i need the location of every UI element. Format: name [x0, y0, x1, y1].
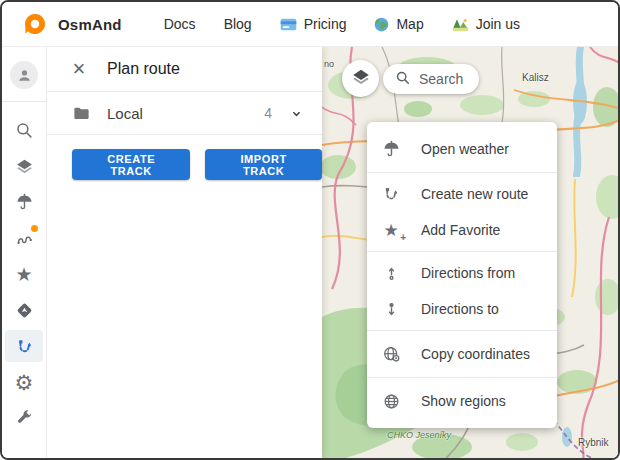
- brand-name: OsmAnd: [58, 16, 122, 33]
- left-icon-rail: ★: [2, 47, 47, 458]
- plan-route-panel: × Plan route Local 4 CREATE TRACK: [47, 47, 322, 458]
- nav-map[interactable]: Map: [374, 16, 423, 32]
- layers-icon: [351, 67, 371, 91]
- menu-item-copy-coordinates[interactable]: Copy coordinates: [367, 334, 557, 374]
- map-label-chko-jeseniky: CHKO Jeseníky: [387, 430, 451, 440]
- menu-item-create-new-route[interactable]: Create new route: [367, 176, 557, 212]
- menu-item-add-favorite[interactable]: ★+ Add Favorite: [367, 212, 557, 248]
- search-button[interactable]: [5, 114, 43, 146]
- weather-button[interactable]: [5, 186, 43, 218]
- menu-item-directions-from[interactable]: Directions from: [367, 255, 557, 291]
- settings-button[interactable]: ⚙: [5, 366, 43, 398]
- park-icon: [452, 17, 469, 32]
- account-icon: [10, 61, 38, 89]
- globe-pin-icon: [381, 344, 401, 364]
- folder-row-local[interactable]: Local 4: [47, 92, 322, 135]
- umbrella-icon: [14, 192, 34, 212]
- app-window: OsmAnd Docs Blog Pricing: [0, 0, 620, 460]
- search-label: Search: [419, 71, 463, 87]
- osmand-logo[interactable]: OsmAnd: [24, 13, 122, 35]
- rail-divider: [2, 101, 47, 102]
- menu-item-show-regions[interactable]: Show regions: [367, 381, 557, 421]
- configure-map-button[interactable]: [5, 150, 43, 182]
- chevron-down-icon[interactable]: [286, 103, 306, 123]
- import-track-button[interactable]: IMPORT TRACK: [205, 149, 322, 180]
- map-context-menu: Open weather Create new route: [367, 122, 557, 428]
- folder-label: Local: [107, 105, 143, 122]
- close-icon[interactable]: ×: [65, 55, 93, 83]
- directions-to-icon: [381, 299, 401, 319]
- credit-card-icon: [280, 18, 297, 31]
- plan-route-icon: [14, 336, 34, 356]
- map-label-rybnik: Rybnik: [578, 437, 609, 448]
- wrench-icon: [14, 408, 34, 428]
- map-label-kalisz: Kalisz: [522, 72, 549, 83]
- utilities-button[interactable]: [5, 402, 43, 434]
- folder-count: 4: [264, 105, 272, 121]
- star-plus-icon: ★+: [381, 220, 401, 240]
- favorites-button[interactable]: ★: [5, 258, 43, 290]
- panel-title: Plan route: [107, 60, 180, 78]
- folder-icon: [71, 103, 91, 123]
- navigation-diamond-icon: [14, 300, 34, 320]
- tracks-icon: [14, 228, 34, 248]
- route-icon: [381, 184, 401, 204]
- menu-item-directions-to[interactable]: Directions to: [367, 291, 557, 327]
- map-label-partial: no: [324, 59, 334, 69]
- map-layers-button[interactable]: [342, 60, 379, 97]
- nav-docs[interactable]: Docs: [164, 16, 196, 32]
- search-icon: [395, 70, 411, 89]
- navigation-button[interactable]: [5, 294, 43, 326]
- nav-join-us[interactable]: Join us: [452, 16, 520, 32]
- menu-item-open-weather[interactable]: Open weather: [367, 129, 557, 169]
- panel-actions: CREATE TRACK IMPORT TRACK: [47, 135, 322, 180]
- tracks-badge-dot: [31, 225, 38, 232]
- globe-icon: [374, 17, 389, 32]
- nav-blog[interactable]: Blog: [224, 16, 252, 32]
- map-search-button[interactable]: Search: [383, 64, 479, 94]
- layers-icon: [14, 156, 34, 176]
- nav-pricing[interactable]: Pricing: [280, 16, 347, 32]
- top-navbar: OsmAnd Docs Blog Pricing: [2, 2, 618, 47]
- globe-grid-icon: [381, 391, 401, 411]
- directions-from-icon: [381, 263, 401, 283]
- osmand-pin-icon: [24, 13, 46, 35]
- account-button[interactable]: [5, 59, 43, 91]
- umbrella-icon: [381, 139, 401, 159]
- tracks-button[interactable]: [5, 222, 43, 254]
- star-icon: ★: [15, 265, 32, 284]
- gear-icon: ⚙: [15, 372, 34, 393]
- plan-route-button[interactable]: [5, 330, 43, 362]
- search-icon: [14, 120, 34, 140]
- map-canvas[interactable]: no Kalisz CHKO Jeseníky Rybnik: [322, 47, 618, 458]
- create-track-button[interactable]: CREATE TRACK: [72, 149, 190, 180]
- panel-header: × Plan route: [47, 47, 322, 92]
